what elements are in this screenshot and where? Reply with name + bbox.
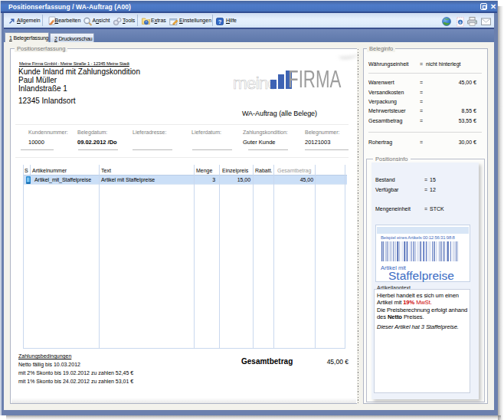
svg-text:?: ? — [218, 18, 222, 25]
